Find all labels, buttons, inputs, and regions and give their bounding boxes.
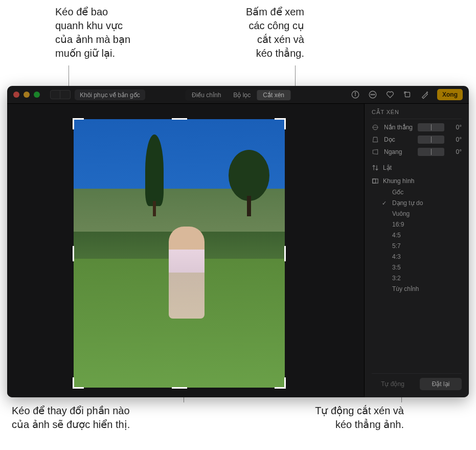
tab-filters[interactable]: Bộ lọc [227, 90, 257, 100]
crop-handle-bottom[interactable] [172, 387, 187, 389]
sidebar-bottom-bar: Tự động Đặt lại [372, 373, 462, 392]
horizontal-slider[interactable] [418, 148, 444, 156]
minimize-window-button[interactable] [24, 92, 30, 98]
flip-button[interactable]: Lật [372, 164, 462, 171]
photo-illustration [229, 150, 269, 201]
svg-point-2 [355, 93, 355, 93]
aspect-custom[interactable]: Tùy chỉnh [382, 285, 462, 292]
crop-handle-top-left[interactable] [73, 118, 84, 129]
aspect-ratio-list: Gốc ✓Dạng tự do Vuông 16:9 4:5 5:7 4:3 3… [382, 189, 462, 292]
check-icon: ✓ [382, 200, 388, 207]
revert-label: Khôi phục về bản gốc [80, 92, 140, 99]
aspect-label: 3:2 [392, 275, 401, 282]
callout-bottom-left: Kéo để thay đổi phần nào của ảnh sẽ được… [12, 404, 130, 432]
horizontal-label: Ngang [384, 148, 414, 155]
aspect-label: 3:5 [392, 264, 401, 271]
straighten-slider[interactable] [418, 123, 444, 131]
aspect-16-9[interactable]: 16:9 [382, 221, 462, 228]
vertical-slider[interactable] [418, 136, 444, 144]
aspect-label: Vuông [392, 210, 410, 217]
crop-handle-top[interactable] [172, 118, 187, 120]
flip-icon [372, 164, 379, 171]
auto-enhance-icon[interactable] [420, 89, 430, 100]
aspect-header-label: Khung hình [383, 177, 414, 185]
horizontal-perspective-icon [372, 148, 380, 155]
aspect-5-7[interactable]: 5:7 [382, 242, 462, 250]
aspect-label: 4:3 [392, 253, 401, 260]
edit-mode-tabs: Điều chỉnh Bộ lọc Cắt xén [185, 89, 291, 101]
close-window-button[interactable] [13, 92, 19, 98]
editor-content: CẮT XÉN Nắn thẳng 0° Dọc 0° [7, 103, 469, 397]
rotate-icon[interactable] [402, 89, 413, 100]
done-button[interactable]: Xong [437, 89, 463, 100]
auto-crop-button[interactable]: Tự động [372, 378, 414, 390]
aspect-label: Dạng tự do [392, 199, 423, 207]
aspect-4-3[interactable]: 4:3 [382, 253, 462, 260]
more-icon[interactable] [368, 89, 378, 100]
straighten-slider-row: Nắn thẳng 0° [372, 123, 462, 131]
aspect-label: Tùy chỉnh [392, 285, 419, 292]
callout-bottom-right: Tự động cắt xén và kéo thẳng ảnh. [235, 404, 404, 432]
aspect-label: 4:5 [392, 232, 401, 239]
aspect-3-2[interactable]: 3:2 [382, 275, 462, 282]
fullscreen-window-button[interactable] [34, 92, 40, 98]
straighten-icon [372, 124, 380, 131]
callout-top-right: Bấm để xem các công cụ cắt xén và kéo th… [220, 5, 304, 60]
aspect-label: Gốc [392, 189, 403, 196]
vertical-value: 0° [448, 136, 462, 143]
app-window: Khôi phục về bản gốc Điều chỉnh Bộ lọc C… [7, 86, 469, 397]
aspect-4-5[interactable]: 4:5 [382, 232, 462, 239]
aspect-label: 16:9 [392, 221, 404, 228]
info-icon[interactable] [350, 89, 360, 100]
view-mode-segmented[interactable] [50, 90, 71, 99]
photo-canvas [7, 103, 364, 397]
vertical-slider-row: Dọc 0° [372, 136, 462, 144]
horizontal-value: 0° [448, 148, 462, 155]
horizontal-slider-row: Ngang 0° [372, 148, 462, 156]
crop-handle-right[interactable] [284, 246, 286, 261]
aspect-freeform[interactable]: ✓Dạng tự do [382, 199, 462, 207]
reset-crop-button[interactable]: Đặt lại [420, 378, 462, 390]
favorite-heart-icon[interactable] [385, 89, 395, 100]
crop-handle-left[interactable] [73, 246, 74, 261]
view-mode-grid[interactable] [50, 90, 60, 99]
revert-to-original-button[interactable]: Khôi phục về bản gốc [75, 89, 145, 100]
straighten-value: 0° [448, 124, 462, 131]
aspect-original[interactable]: Gốc [382, 189, 462, 196]
aspect-3-5[interactable]: 3:5 [382, 264, 462, 271]
svg-point-6 [374, 94, 375, 95]
crop-frame[interactable] [74, 119, 285, 388]
aspect-header-row: Khung hình [372, 177, 462, 185]
tab-adjust[interactable]: Điều chỉnh [186, 90, 227, 100]
crop-sidebar: CẮT XÉN Nắn thẳng 0° Dọc 0° [364, 103, 469, 397]
flip-label: Lật [383, 164, 392, 171]
aspect-label: 5:7 [392, 242, 401, 250]
crop-handle-bottom-right[interactable] [275, 377, 286, 389]
callout-top-left: Kéo để bao quanh khu vực của ảnh mà bạn … [55, 5, 130, 60]
aspect-square[interactable]: Vuông [382, 210, 462, 217]
svg-rect-11 [373, 179, 376, 183]
crop-handle-top-right[interactable] [275, 118, 286, 129]
svg-point-5 [372, 94, 373, 95]
toolbar-right-group: Xong [350, 89, 463, 100]
vertical-perspective-icon [372, 136, 380, 143]
crop-handle-bottom-left[interactable] [73, 377, 84, 389]
svg-point-4 [371, 94, 372, 95]
aspect-icon [372, 177, 379, 185]
straighten-label: Nắn thẳng [384, 124, 414, 131]
photo-illustration [145, 134, 164, 206]
window-traffic-lights [13, 92, 40, 98]
vertical-label: Dọc [384, 136, 414, 143]
sidebar-title: CẮT XÉN [372, 109, 462, 119]
tab-crop[interactable]: Cắt xén [257, 90, 290, 100]
svg-rect-7 [405, 93, 410, 97]
view-mode-single[interactable] [60, 90, 71, 99]
